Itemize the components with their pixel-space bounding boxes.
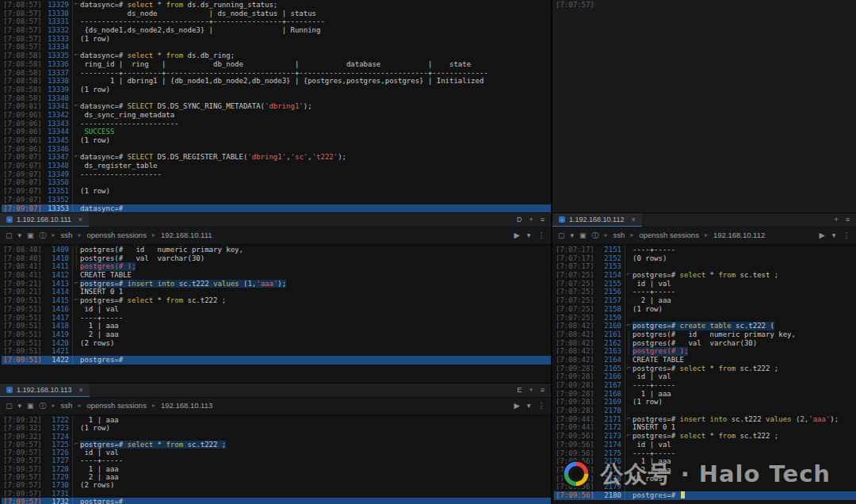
terminal-output-top-right[interactable]: [7:07:57] [552,0,856,212]
tab-session-111[interactable]: › 1.192.168.10.111 × [0,213,89,227]
send-icon[interactable]: ▶ [514,231,519,240]
line-timestamp: [7:09:32] [2,416,44,424]
menu-icon[interactable]: ≡ [541,216,545,224]
terminal-output-111[interactable]: [7:08:40]1409│postgres(# id numeric prim… [0,245,551,383]
fold-marker-icon[interactable]: ⌐ [625,365,632,373]
paste-icon[interactable]: ▣ [27,231,34,240]
fold-marker-icon[interactable]: ⌐ [73,296,80,305]
session-toolbar-113: ▢ ▾ ▣ ⓘ ▸ ssh ▸ openssh sessions ▸ 192.1… [0,398,551,415]
close-icon[interactable]: × [78,216,82,224]
send-icon[interactable]: ▶ [819,231,824,240]
close-icon[interactable]: × [631,216,635,224]
text-segment: values [766,415,792,423]
halo-tech-logo-icon [562,460,590,488]
kebab-menu-icon[interactable]: ⋮ [538,231,546,240]
gutter [73,449,80,456]
text-segment: table [710,322,732,330]
fold-marker-icon[interactable]: ⌐ [73,441,80,449]
fold-marker-icon[interactable]: ⌐ [73,52,80,60]
line-text: (2 rows) [80,481,114,489]
breadcrumb-host[interactable]: 192.168.10.111 [161,231,212,240]
pane-divider-horizontal[interactable] [0,212,856,213]
breadcrumb-protocol[interactable]: ssh [613,231,625,240]
copy-icon[interactable]: ▢ [6,231,13,240]
paste-icon[interactable]: ▣ [579,231,587,240]
chevron-down-icon[interactable]: ▾ [571,231,575,240]
gutter [73,416,80,424]
text-segment: insert [680,415,706,423]
line-timestamp: [7:09:51] [2,322,44,330]
paste-icon[interactable]: ▣ [27,402,34,410]
text-segment: (1 row) [632,305,663,313]
fold-marker-icon[interactable]: ⌐ [73,153,80,162]
info-icon[interactable]: ⓘ [592,231,599,240]
text-segment: postgres=# [80,296,128,304]
new-tab-icon[interactable]: + [834,216,838,224]
gutter [73,456,80,464]
terminal-output-113[interactable]: [7:09:32]1722 1 | aaa[7:09:32]1723(1 row… [0,415,551,504]
chevron-down-icon[interactable]: ▾ [18,402,22,410]
terminal-pane-top-right[interactable]: [7:07:57] [552,0,856,212]
line-text: postgres=# select * from sc.t222 ; [80,441,226,449]
close-icon[interactable]: × [78,386,82,395]
info-icon[interactable]: ⓘ [40,402,47,410]
line-text: id | val [632,441,671,449]
copy-icon[interactable]: ▢ [558,231,565,240]
text-segment: ds.db_ring; [183,52,235,59]
tab-title: 1.192.168.10.112 [569,216,624,224]
line-text: (1 row) [80,424,110,432]
gutter [625,491,632,500]
terminal-line: [7:09:56]2175----+----- [554,449,856,458]
kebab-menu-icon[interactable]: ⋮ [538,402,546,410]
text-segment: ds_sync_ring_metadata [80,111,174,119]
line-number: 1725 [44,441,73,449]
pane-divider-vertical[interactable] [551,0,552,504]
fold-marker-icon[interactable]: ⌐ [625,322,632,330]
tab-session-113[interactable]: › 1.192.168.10.113 × [0,384,90,397]
chevron-down-icon[interactable]: ▾ [527,402,531,410]
line-number: 13338 [44,77,73,86]
breadcrumb-host[interactable]: 192.168.10.112 [713,231,765,240]
new-tab-icon[interactable]: + [529,386,533,395]
terminal-line: [7:09:57]1732postgres=# [2,498,551,504]
fold-marker-icon[interactable]: ⌐ [625,271,632,280]
text-segment: postgres=# [632,271,680,279]
terminal-pane-111[interactable]: › 1.192.168.10.111 × D + ≡ ▢ ▾ ▣ ⓘ ▸ ssh… [0,213,551,383]
chevron-down-icon[interactable]: ▾ [527,231,531,240]
line-text: ds_node | ds_node_status | status [80,10,320,18]
line-number: 1419 [44,330,73,339]
text-segment: (1 row) [632,398,663,406]
breadcrumb-protocol[interactable]: ssh [61,231,73,240]
terminal-output-datasync[interactable]: [7:08:57]13329⌐datasync=# select * from … [0,0,551,212]
gutter [73,196,80,204]
fold-marker-icon[interactable]: ⌐ [73,280,80,288]
fold-marker-icon[interactable]: ⌐ [625,432,632,441]
kebab-menu-icon[interactable]: ⋮ [843,231,851,240]
breadcrumb-group[interactable]: openssh sessions [86,402,147,410]
terminal-pane-datasync[interactable]: [7:08:57]13329⌐datasync=# select * from … [0,0,551,212]
chevron-down-icon[interactable]: ▾ [832,231,836,240]
fold-marker-icon[interactable]: ⌐ [73,1,80,10]
menu-icon[interactable]: ≡ [846,216,850,224]
text-segment: 1 | dbring1 | {db_node1,db_node2,db_node… [80,77,483,85]
info-icon[interactable]: ⓘ [40,231,47,240]
breadcrumb-host[interactable]: 192.168.10.113 [161,402,212,410]
terminal-pane-113[interactable]: › 1.192.168.10.113 × E + ≡ ▢ ▾ ▣ ⓘ ▸ ssh… [0,384,551,504]
line-timestamp: [7:09:06] [2,120,44,128]
gutter [73,481,80,489]
send-icon[interactable]: ▶ [514,402,519,410]
breadcrumb-protocol[interactable]: ssh [61,402,73,410]
pane-divider-horizontal-left[interactable] [0,383,551,384]
tab-session-112[interactable]: › 1.192.168.10.112 × [552,213,642,227]
breadcrumb-group[interactable]: openssh sessions [639,231,699,240]
breadcrumb-group[interactable]: openssh sessions [86,231,147,240]
menu-icon[interactable]: ≡ [541,386,545,395]
chevron-down-icon[interactable]: ▾ [18,231,22,240]
gutter [73,10,80,18]
fold-marker-icon[interactable]: ⌐ [625,415,632,424]
line-number: 1726 [44,449,73,456]
new-tab-icon[interactable]: + [529,216,533,224]
line-timestamp: [7:08:58] [2,52,44,60]
copy-icon[interactable]: ▢ [6,402,13,410]
fold-marker-icon[interactable]: ⌐ [73,102,80,111]
